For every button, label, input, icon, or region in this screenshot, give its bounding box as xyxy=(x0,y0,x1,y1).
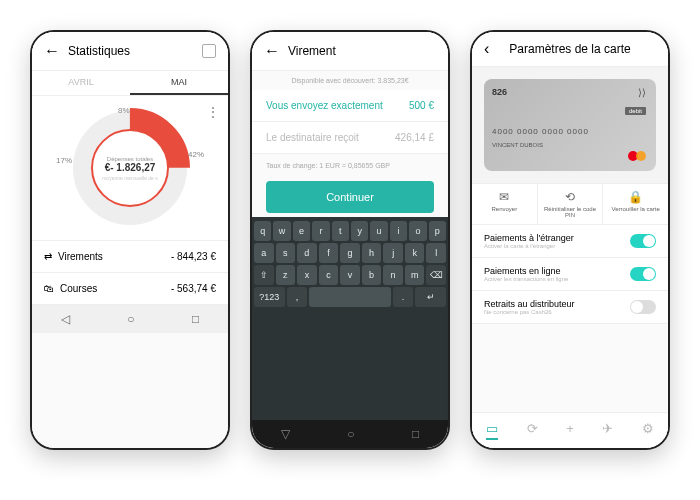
row-label: Virements xyxy=(58,251,103,262)
shift-key[interactable]: ⇧ xyxy=(254,265,274,285)
setting-title: Paiements en ligne xyxy=(484,266,568,276)
more-icon[interactable]: ⋮ xyxy=(206,104,220,120)
android-navbar: ◁ ○ □ xyxy=(32,305,228,333)
key[interactable]: d xyxy=(297,243,317,263)
lock-icon: 🔒 xyxy=(605,190,666,204)
bottom-nav: ▭ ⟳ + ✈ ⚙ xyxy=(472,412,668,448)
key[interactable]: m xyxy=(405,265,425,285)
nav-back-icon[interactable]: ◁ xyxy=(61,312,70,326)
nav-down-icon[interactable]: ▽ xyxy=(281,427,290,441)
nav-card-icon[interactable]: ▭ xyxy=(486,421,498,440)
list-item[interactable]: 🛍Courses - 563,74 € xyxy=(32,273,228,305)
nav-send-icon[interactable]: ✈ xyxy=(602,421,613,440)
card-brand: 826 xyxy=(492,87,507,97)
send-row[interactable]: Vous envoyez exactement 500 € xyxy=(252,90,448,122)
key[interactable]: e xyxy=(293,221,310,241)
debit-card[interactable]: 826 ⟩⟩ debit 4000 0000 0000 0000 VINCENT… xyxy=(484,79,656,171)
key[interactable]: w xyxy=(273,221,290,241)
bag-icon: 🛍 xyxy=(44,283,54,294)
toggle[interactable] xyxy=(630,300,656,314)
setting-online-payments: Paiements en ligneActiver les transactio… xyxy=(472,258,668,291)
nav-home-icon[interactable]: ○ xyxy=(127,312,134,326)
list-item[interactable]: ⇄Virements - 844,23 € xyxy=(32,241,228,273)
key[interactable]: c xyxy=(319,265,339,285)
enter-key[interactable]: ↵ xyxy=(415,287,446,307)
row-amount: - 844,23 € xyxy=(171,251,216,262)
nav-recent-icon[interactable]: □ xyxy=(192,312,199,326)
receive-amount: 426,14 £ xyxy=(395,132,434,143)
key[interactable]: n xyxy=(383,265,403,285)
page-title: Statistiques xyxy=(68,44,130,58)
key[interactable]: . xyxy=(393,287,413,307)
phone-transfer: ← Virement Disponible avec découvert: 3.… xyxy=(250,30,450,450)
nav-activity-icon[interactable]: ⟳ xyxy=(527,421,538,440)
back-icon[interactable]: ‹ xyxy=(484,40,489,58)
key[interactable]: p xyxy=(429,221,446,241)
segment-pct-1: 8% xyxy=(118,106,130,115)
nav-recent-icon[interactable]: □ xyxy=(412,427,419,441)
key[interactable]: t xyxy=(332,221,349,241)
back-icon[interactable]: ← xyxy=(264,42,280,60)
space-key[interactable] xyxy=(309,287,391,307)
setting-foreign-payments: Paiements à l'étrangerActiver la carte à… xyxy=(472,225,668,258)
tab-avril[interactable]: AVRIL xyxy=(32,71,130,95)
nav-add-icon[interactable]: + xyxy=(566,421,574,440)
key[interactable]: a xyxy=(254,243,274,263)
key[interactable]: r xyxy=(312,221,329,241)
nav-settings-icon[interactable]: ⚙ xyxy=(642,421,654,440)
key[interactable]: b xyxy=(362,265,382,285)
key[interactable]: y xyxy=(351,221,368,241)
receive-row[interactable]: Le destinataire reçoit 426,14 £ xyxy=(252,122,448,154)
phone-statistics: ← Statistiques AVRIL MAI ⋮ Dépenses tota… xyxy=(30,30,230,450)
key[interactable]: u xyxy=(370,221,387,241)
setting-sub: Activer les transactions en ligne xyxy=(484,276,568,282)
key[interactable]: v xyxy=(340,265,360,285)
page-title: Paramètres de la carte xyxy=(509,42,630,56)
key[interactable]: q xyxy=(254,221,271,241)
lock-card-button[interactable]: 🔒Verrouiller la carte xyxy=(603,184,668,224)
transfer-icon: ⇄ xyxy=(44,251,52,262)
key[interactable]: l xyxy=(426,243,446,263)
key[interactable]: o xyxy=(409,221,426,241)
resend-button[interactable]: ✉Renvoyer xyxy=(472,184,538,224)
android-navbar: ▽ ○ □ xyxy=(252,420,448,448)
nav-home-icon[interactable]: ○ xyxy=(347,427,354,441)
card-actions: ✉Renvoyer ⟲Réinitialiser le code PIN 🔒Ve… xyxy=(472,183,668,225)
backspace-key[interactable]: ⌫ xyxy=(426,265,446,285)
segment-pct-2: 42% xyxy=(188,150,204,159)
key[interactable]: k xyxy=(405,243,425,263)
header: ← Virement xyxy=(252,32,448,71)
key[interactable]: x xyxy=(297,265,317,285)
back-icon[interactable]: ← xyxy=(44,42,60,60)
keyboard: qwertyuiop asdfghjkl ⇧zxcvbnm⌫ ?123,.↵ xyxy=(252,217,448,420)
key[interactable]: j xyxy=(383,243,403,263)
key[interactable]: z xyxy=(276,265,296,285)
exchange-rate: Taux de change: 1 EUR = 0,85655 GBP xyxy=(252,154,448,177)
send-label: Vous envoyez exactement xyxy=(266,100,383,111)
toggle[interactable] xyxy=(630,267,656,281)
setting-title: Retraits au distributeur xyxy=(484,299,575,309)
document-icon[interactable] xyxy=(202,44,216,58)
key[interactable]: , xyxy=(287,287,307,307)
debit-badge: debit xyxy=(625,107,646,115)
key[interactable]: s xyxy=(276,243,296,263)
contactless-icon: ⟩⟩ xyxy=(638,87,646,98)
reset-pin-button[interactable]: ⟲Réinitialiser le code PIN xyxy=(538,184,604,224)
mastercard-icon xyxy=(628,151,646,163)
tab-mai[interactable]: MAI xyxy=(130,71,228,95)
continue-button[interactable]: Continuer xyxy=(266,181,434,213)
key[interactable]: f xyxy=(319,243,339,263)
key[interactable]: g xyxy=(340,243,360,263)
key[interactable]: h xyxy=(362,243,382,263)
setting-atm-withdrawals: Retraits au distributeurNe concerne pas … xyxy=(472,291,668,324)
toggle[interactable] xyxy=(630,234,656,248)
header: ‹ Paramètres de la carte xyxy=(472,32,668,67)
key[interactable]: i xyxy=(390,221,407,241)
send-amount: 500 € xyxy=(409,100,434,111)
segment-pct-3: 17% xyxy=(56,156,72,165)
header: ← Statistiques xyxy=(32,32,228,71)
row-amount: - 563,74 € xyxy=(171,283,216,294)
card-holder: VINCENT DUBOIS xyxy=(492,142,648,148)
symbols-key[interactable]: ?123 xyxy=(254,287,285,307)
available-balance: Disponible avec découvert: 3.835,23€ xyxy=(252,71,448,90)
